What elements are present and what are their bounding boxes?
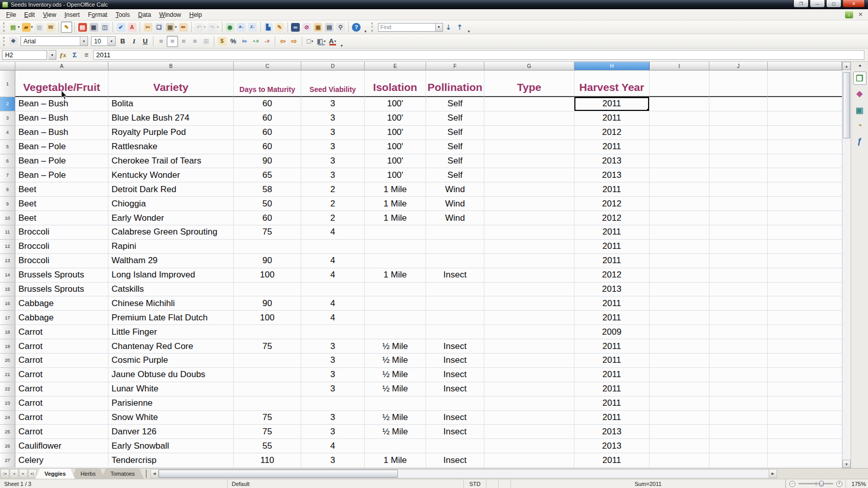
cell-H9[interactable]: 2012 — [574, 197, 650, 211]
cell-G15[interactable] — [484, 283, 574, 297]
cell-B2[interactable]: Bolita — [108, 97, 234, 111]
cell-G13[interactable] — [484, 254, 574, 268]
cell-filler-5[interactable] — [768, 140, 842, 154]
cell-H13[interactable]: 2011 — [574, 254, 650, 268]
cell-D16[interactable]: 4 — [301, 296, 365, 311]
sort-ascending-button[interactable]: A↓ — [236, 21, 247, 33]
cell-F17[interactable] — [426, 311, 484, 325]
cell-D2[interactable]: 3 — [301, 97, 365, 111]
cell-C14[interactable]: 100 — [234, 268, 301, 283]
formatting-toolbar-grip[interactable] — [3, 37, 6, 46]
cell-H4[interactable]: 2012 — [574, 126, 650, 140]
copy-button[interactable]: ❏ — [153, 21, 165, 33]
page-style-status[interactable]: Default — [228, 479, 464, 488]
cell-A3[interactable]: Bean – Bush — [15, 111, 108, 126]
menu-window[interactable]: Window — [155, 10, 185, 19]
cell-G6[interactable] — [484, 154, 574, 169]
cell-D19[interactable]: 3 — [301, 339, 365, 354]
cell-D7[interactable]: 3 — [301, 168, 365, 182]
number-currency-button[interactable]: $ — [216, 36, 228, 47]
row-header-20[interactable]: 20 — [0, 354, 15, 368]
cell-I26[interactable] — [650, 439, 709, 453]
cell-I21[interactable] — [650, 368, 709, 382]
cell-C24[interactable]: 75 — [234, 411, 301, 425]
cell-D5[interactable]: 3 — [301, 140, 365, 154]
cell-C16[interactable]: 90 — [234, 296, 301, 311]
cell-F11[interactable] — [426, 225, 484, 240]
cell-J20[interactable] — [709, 354, 768, 368]
cell-filler-12[interactable] — [768, 240, 842, 254]
scroll-up-button[interactable]: ▲ — [842, 62, 851, 70]
cell-J27[interactable] — [709, 453, 768, 468]
cell-A8[interactable]: Beet — [15, 182, 108, 197]
cell-B23[interactable]: Parisienne — [108, 397, 234, 411]
column-header-I[interactable]: I — [650, 62, 709, 71]
cell-D1[interactable]: Seed Viability — [301, 71, 365, 97]
find-previous-button[interactable]: ⇡ — [454, 21, 465, 33]
cell-D11[interactable]: 4 — [301, 225, 365, 240]
cell-E7[interactable]: 100' — [365, 168, 426, 182]
cell-B3[interactable]: Blue Lake Bush 274 — [108, 111, 234, 126]
cell-J18[interactable] — [709, 325, 768, 339]
cell-I14[interactable] — [650, 268, 709, 283]
cell-A1[interactable]: Vegetable/Fruit — [15, 71, 108, 97]
cell-G22[interactable] — [484, 382, 574, 397]
cell-F7[interactable]: Self — [426, 168, 484, 182]
sheet-tab-tomatoes[interactable]: Tomatoes — [101, 469, 144, 479]
cell-H24[interactable]: 2011 — [574, 411, 650, 425]
cell-B25[interactable]: Danver 126 — [108, 425, 234, 439]
cell-F15[interactable] — [426, 283, 484, 297]
spellcheck-button[interactable]: ✔ — [115, 21, 126, 33]
cell-E22[interactable]: ½ Mile — [365, 382, 426, 397]
cell-H15[interactable]: 2013 — [574, 283, 650, 297]
font-name-dropdown-icon[interactable]: ▾ — [80, 37, 87, 45]
cell-filler-25[interactable] — [768, 425, 842, 439]
cell-C27[interactable]: 110 — [234, 453, 301, 468]
cell-J26[interactable] — [709, 439, 768, 453]
cell-B19[interactable]: Chantenay Red Core — [108, 339, 234, 354]
cell-C19[interactable]: 75 — [234, 339, 301, 354]
number-standard-button[interactable]: 0x — [239, 36, 250, 47]
cell-I20[interactable] — [650, 354, 709, 368]
row-header-11[interactable]: 11 — [0, 225, 15, 240]
row-header-8[interactable]: 8 — [0, 182, 15, 197]
cell-B20[interactable]: Cosmic Purple — [108, 354, 234, 368]
cell-H1[interactable]: Harvest Year — [574, 71, 650, 97]
cell-E1[interactable]: Isolation — [365, 71, 426, 97]
cell-filler-14[interactable] — [768, 268, 842, 283]
function-wizard-button[interactable]: ƒx — [58, 50, 68, 60]
sheet-last-button[interactable]: ▸| — [28, 469, 37, 478]
cell-F8[interactable]: Wind — [426, 182, 484, 197]
horizontal-scroll-thumb[interactable] — [159, 470, 398, 478]
cell-I6[interactable] — [650, 154, 709, 169]
cell-G4[interactable] — [484, 126, 574, 140]
cell-D23[interactable] — [301, 397, 365, 411]
cell-E24[interactable]: ½ Mile — [365, 411, 426, 425]
styles-button[interactable]: ❖ — [8, 36, 19, 47]
cell-J6[interactable] — [709, 154, 768, 169]
font-size-combo[interactable]: 10 ▾ — [91, 36, 116, 46]
row-header-14[interactable]: 14 — [0, 268, 15, 283]
cell-B24[interactable]: Snow White — [108, 411, 234, 425]
sheet-tab-herbs[interactable]: Herbs — [72, 469, 105, 479]
align-left-button[interactable]: ≡ — [155, 36, 167, 47]
cell-J11[interactable] — [709, 225, 768, 240]
align-justify-button[interactable]: ≡ — [189, 36, 201, 47]
cell-I24[interactable] — [650, 411, 709, 425]
cell-I11[interactable] — [650, 225, 709, 240]
cell-D3[interactable]: 3 — [301, 111, 365, 126]
cell-G14[interactable] — [484, 268, 574, 283]
cell-B26[interactable]: Early Snowball — [108, 439, 234, 453]
menu-edit[interactable]: Edit — [20, 10, 39, 19]
cell-B21[interactable]: Jaune Obtuse du Doubs — [108, 368, 234, 382]
find-next-button[interactable]: ⇣ — [443, 21, 454, 33]
cell-J9[interactable] — [709, 197, 768, 211]
cell-E17[interactable] — [365, 311, 426, 325]
cell-C12[interactable] — [234, 240, 301, 254]
paste-button[interactable]: ▣▾ — [165, 21, 178, 33]
cell-B5[interactable]: Rattlesnake — [108, 140, 234, 154]
toolbar-grip[interactable] — [3, 22, 6, 32]
standard-toolbar-options-button[interactable]: ▾ — [362, 29, 369, 34]
cell-filler-18[interactable] — [768, 325, 842, 339]
cell-D24[interactable]: 3 — [301, 411, 365, 425]
